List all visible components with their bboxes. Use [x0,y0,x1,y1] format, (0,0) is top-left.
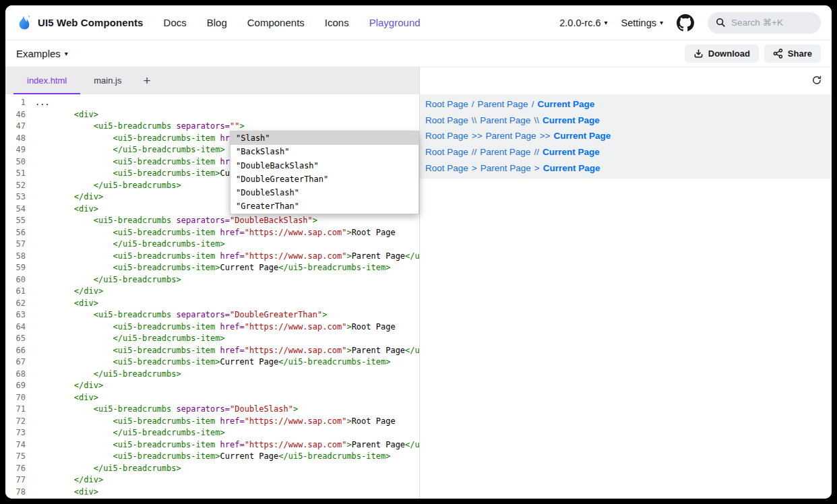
code-line: 57 </ui5-breadcrumbs-item> [5,239,419,251]
line-number: 50 [5,156,26,168]
examples-label: Examples [16,48,61,59]
version-dropdown[interactable]: 2.0.0-rc.6 ▾ [559,18,607,28]
github-icon[interactable] [677,14,694,32]
autocomplete-option[interactable]: "DoubleSlash" [230,186,418,199]
code-token: "https://www.sap.com" [245,251,347,261]
code-token: Parent Page [352,440,405,449]
breadcrumb-example: Root Page>Parent Page>Current Page [425,160,832,176]
code-token: <ui5-breadcrumbs-item [35,322,215,332]
code-line: 78 <div> [5,486,419,499]
line-number: 51 [5,168,26,180]
autocomplete-option[interactable]: "BackSlash" [230,145,418,158]
line-number: 55 [5,215,26,227]
breadcrumb-current: Current Page [542,147,600,157]
autocomplete-option[interactable]: "GreaterThan" [230,199,418,213]
autocomplete-option[interactable]: "Slash" [230,131,418,145]
code-token: href= [215,228,244,237]
breadcrumb-link[interactable]: Root Page [425,99,468,109]
nav-item-playground[interactable]: Playground [369,17,421,28]
breadcrumb-link[interactable]: Parent Page [480,147,530,157]
code-token: <ui5-breadcrumbs-item> [35,168,220,178]
code-token: </ui5-breadcrumbs> [35,275,181,284]
line-content: <div> [35,486,98,499]
breadcrumb-separator: \\ [534,115,539,125]
code-token: separators= [171,121,230,131]
examples-dropdown[interactable]: Examples ▾ [16,48,68,59]
settings-dropdown[interactable]: Settings ▾ [621,18,663,28]
line-number: 74 [5,439,26,451]
line-content: <ui5-breadcrumbs-item href="https://www.… [35,416,396,428]
breadcrumb-separator: / [532,99,534,109]
browser-page: UI5 Web Components DocsBlogComponentsIco… [5,5,832,499]
tab-index-html[interactable]: index.html [13,67,80,94]
code-token: "https://www.sap.com" [245,228,347,237]
code-line: 76 </ui5-breadcrumbs> [5,463,419,475]
line-number: 78 [5,486,26,499]
breadcrumb-separator: // [534,147,539,157]
screenshot-frame: UI5 Web Components DocsBlogComponentsIco… [0,0,837,504]
code-line: 72 <ui5-breadcrumbs-item href="https://w… [5,416,419,428]
breadcrumb-link[interactable]: Root Page [425,163,468,173]
code-line: 61 </div> [5,286,419,298]
line-content: <div> [35,109,98,121]
code-token: > [346,440,351,449]
chevron-down-icon: ▾ [660,19,663,26]
code-line: 55 <ui5-breadcrumbs separators="DoubleBa… [5,215,419,227]
breadcrumb-link[interactable]: Root Page [425,147,468,157]
breadcrumb-current: Current Page [537,99,594,109]
autocomplete-option[interactable]: "DoubleBackSlash" [230,159,418,172]
code-token: href= [215,416,244,426]
line-number: 71 [5,404,26,416]
share-button[interactable]: Share [764,44,821,63]
line-content: <ui5-breadcrumbs-item>Current Page</ui5-… [35,356,390,369]
preview-pane: Root Page/Parent Page/Current PageRoot P… [420,67,832,499]
code-token: Root Page [352,228,396,237]
code-token: <ui5-breadcrumbs-item [35,346,215,355]
search-box[interactable] [708,12,821,34]
line-number: 73 [5,427,26,439]
breadcrumb-link[interactable]: Parent Page [480,115,530,125]
breadcrumb-separator: > [472,163,477,173]
line-number: 62 [5,298,26,310]
autocomplete-option[interactable]: "DoubleGreaterThan" [230,172,418,186]
breadcrumb-link[interactable]: Parent Page [486,131,536,141]
code-token: <ui5-breadcrumbs-item> [35,357,220,367]
tab-main-js[interactable]: main.js [80,67,135,94]
line-content: <ui5-breadcrumbs-item>Cu [35,168,230,180]
code-token: <ui5-breadcrumbs-item> [35,263,220,272]
code-token: "https://www.sap.com" [245,346,347,355]
nav-item-blog[interactable]: Blog [207,17,227,28]
search-input[interactable] [731,18,805,28]
line-content: </div> [35,380,103,392]
code-token: </ui5-breadcrumbs> [35,464,181,473]
code-line: 60 </ui5-breadcrumbs> [5,274,419,286]
brand[interactable]: UI5 Web Components [16,14,144,32]
breadcrumb-current: Current Page [553,131,611,141]
code-token: Current Page [220,263,279,272]
code-line: 75 <ui5-breadcrumbs-item>Current Page</u… [5,451,419,463]
main-nav: DocsBlogComponentsIconsPlayground [164,17,421,28]
code-token: <ui5-breadcrumbs-item [35,416,215,426]
line-number: 1 [5,97,26,109]
nav-item-icons[interactable]: Icons [325,17,349,28]
breadcrumb-separator: / [472,99,474,109]
breadcrumb-link[interactable]: Parent Page [480,163,531,173]
refresh-button[interactable] [811,75,822,88]
nav-item-docs[interactable]: Docs [164,17,187,28]
code-token: hr [215,157,230,166]
breadcrumb-link[interactable]: Root Page [425,115,468,125]
add-tab-button[interactable]: + [135,67,158,94]
code-token: href= [215,440,244,449]
brand-title: UI5 Web Components [38,17,144,28]
line-content: </ui5-breadcrumbs-item> [35,333,225,345]
download-button[interactable]: Download [685,44,759,63]
code-token: separators= [171,404,230,414]
breadcrumb-link[interactable]: Parent Page [478,99,528,109]
code-token: > [313,216,317,225]
breadcrumb-link[interactable]: Root Page [425,131,468,141]
preview-topbar [420,67,832,94]
ui5-logo-icon [16,14,32,32]
code-token: > [346,346,351,355]
line-content: <ui5-breadcrumbs-item>Current Page</ui5-… [35,262,390,274]
nav-item-components[interactable]: Components [247,17,305,28]
